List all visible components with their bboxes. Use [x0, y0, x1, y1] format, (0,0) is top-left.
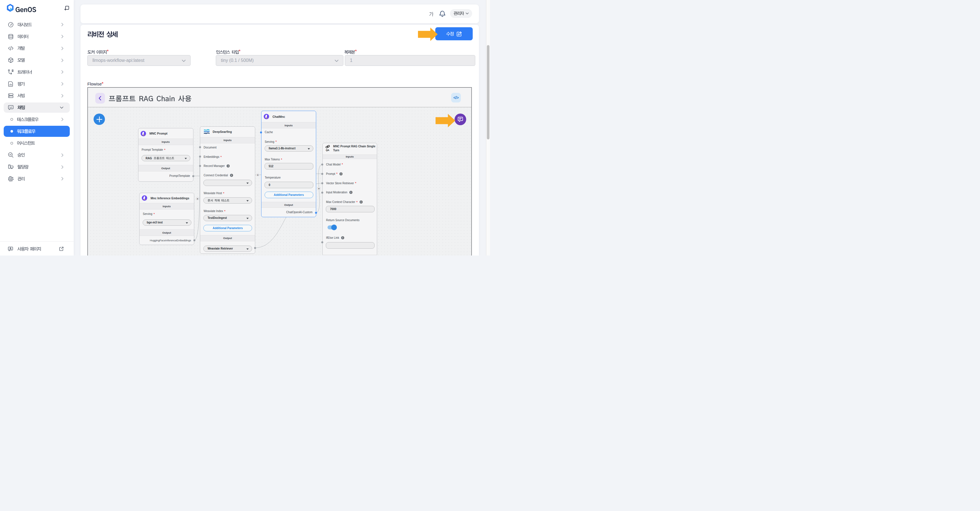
svg-text:QA: QA — [326, 149, 329, 152]
